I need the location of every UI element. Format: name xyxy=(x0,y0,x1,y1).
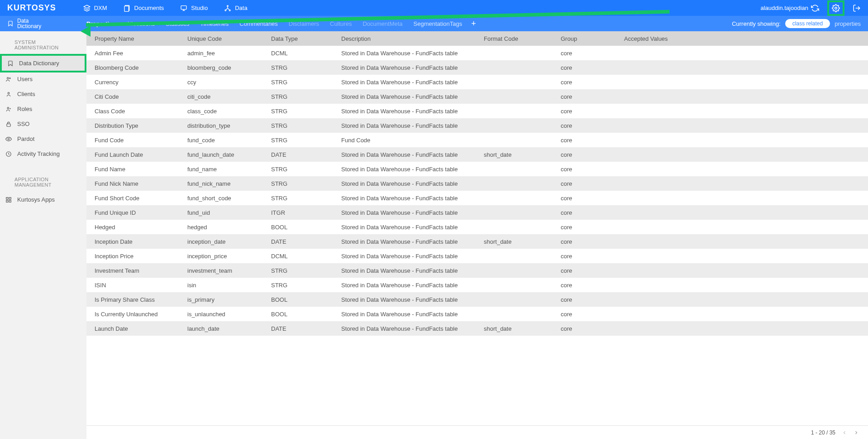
svg-marker-0 xyxy=(84,5,90,8)
col-accepted-values[interactable]: Accepted Values xyxy=(620,35,868,42)
svg-rect-17 xyxy=(6,200,8,202)
table-row[interactable]: Inception Dateinception_dateDATEStored i… xyxy=(86,234,868,249)
tab-cultures[interactable]: Cultures xyxy=(330,20,352,27)
sidebar-item-users[interactable]: Users xyxy=(0,72,86,87)
sidebar-section-2: APPLICATION MANAGEMENT xyxy=(0,174,86,192)
subheader-title: Data Dictionary xyxy=(17,18,41,29)
sidebar-item-clients[interactable]: Clients xyxy=(0,87,86,101)
refresh-icon xyxy=(811,4,819,12)
svg-point-8 xyxy=(7,77,9,79)
table-row[interactable]: Launch Datelaunch_dateDATEStored in Data… xyxy=(86,321,868,336)
gear-icon[interactable] xyxy=(832,4,840,12)
topnav-documents[interactable]: Documents xyxy=(124,5,164,12)
col-group[interactable]: Group xyxy=(557,35,620,42)
pagination-range: 1 - 20 / 35 xyxy=(811,429,835,436)
table-row[interactable]: Fund Namefund_nameSTRGStored in Data War… xyxy=(86,162,868,176)
subheader-title-area: Data Dictionary xyxy=(7,18,86,29)
page-next-icon[interactable] xyxy=(854,430,859,435)
subheader-tabs: PropertiesAllocationsStatisticsTimeserie… xyxy=(86,20,462,27)
logout-icon[interactable] xyxy=(853,4,861,12)
svg-rect-12 xyxy=(7,124,10,126)
svg-point-6 xyxy=(229,10,231,11)
table-row[interactable]: Fund Nick Namefund_nick_nameSTRGStored i… xyxy=(86,176,868,191)
page-prev-icon[interactable] xyxy=(842,430,847,435)
table-row[interactable]: Fund Short Codefund_short_codeSTRGStored… xyxy=(86,191,868,205)
table-body: Admin Feeadmin_feeDCMLStored in Data War… xyxy=(86,46,868,425)
col-property-name[interactable]: Property Name xyxy=(86,35,184,42)
table-row[interactable]: Bloomberg Codebloomberg_codeSTRGStored i… xyxy=(86,60,868,75)
svg-rect-2 xyxy=(124,6,129,11)
svg-rect-3 xyxy=(181,5,186,9)
svg-point-5 xyxy=(225,10,226,11)
svg-point-9 xyxy=(10,77,10,78)
brand-logo: KURTOSYS xyxy=(7,3,56,13)
table-footer: 1 - 20 / 35 xyxy=(86,425,868,439)
col-data-type[interactable]: Data Type xyxy=(267,35,338,42)
sidebar-item-data-dictionary[interactable]: Data Dictionary xyxy=(0,54,86,72)
table-row[interactable]: Fund Launch Datefund_launch_dateDATEStor… xyxy=(86,147,868,162)
subheader: Data Dictionary PropertiesAllocationsSta… xyxy=(0,16,868,31)
sidebar-item-kurtosys-apps[interactable]: Kurtosys Apps xyxy=(0,192,86,207)
svg-point-10 xyxy=(8,92,10,94)
tab-statistics[interactable]: Statistics xyxy=(166,20,189,27)
table-row[interactable]: ISINisinSTRGStored in Data Warehouse - F… xyxy=(86,278,868,292)
filter-suffix: properties xyxy=(835,20,861,27)
tab-segmentationtags[interactable]: SegmentationTags xyxy=(414,20,463,27)
tab-disclaimers[interactable]: Disclaimers xyxy=(289,20,319,27)
sidebar-item-roles[interactable]: Roles xyxy=(0,101,86,116)
bookmark-icon xyxy=(7,20,14,27)
svg-point-7 xyxy=(835,7,837,9)
showing-label: Currently showing: xyxy=(732,20,781,27)
table-row[interactable]: Fund Codefund_codeSTRGFund Codecore xyxy=(86,133,868,147)
tab-properties[interactable]: Properties xyxy=(86,20,115,27)
sidebar-item-activity-tracking[interactable]: Activity Tracking xyxy=(0,146,86,161)
topnav-data[interactable]: Data xyxy=(224,5,247,12)
table-row[interactable]: Is Primary Share Classis_primaryBOOLStor… xyxy=(86,292,868,307)
svg-rect-15 xyxy=(6,197,8,199)
svg-rect-18 xyxy=(9,200,11,202)
svg-point-4 xyxy=(227,5,229,7)
table-row[interactable]: Distribution Typedistribution_typeSTRGSt… xyxy=(86,118,868,133)
topnav-studio[interactable]: Studio xyxy=(180,5,208,12)
add-tab-button[interactable]: + xyxy=(471,19,476,29)
sidebar-item-pardot[interactable]: Pardot xyxy=(0,131,86,146)
user-menu[interactable]: alauddin.tajoodian xyxy=(760,4,819,12)
sidebar: SYSTEM ADMINISTRATION Data DictionaryUse… xyxy=(0,31,86,439)
table-area: Property Name Unique Code Data Type Desc… xyxy=(86,31,868,439)
tab-timeseries[interactable]: Timeseries xyxy=(200,20,229,27)
top-nav: DXMDocumentsStudioData xyxy=(83,5,761,12)
col-unique-code[interactable]: Unique Code xyxy=(184,35,267,42)
tab-commentaries[interactable]: Commentaries xyxy=(239,20,278,27)
table-row[interactable]: Admin Feeadmin_feeDCMLStored in Data War… xyxy=(86,46,868,60)
table-row[interactable]: CurrencyccySTRGStored in Data Warehouse … xyxy=(86,75,868,89)
subheader-filter: Currently showing: class related propert… xyxy=(732,19,861,28)
svg-point-13 xyxy=(8,138,10,140)
top-right: alauddin.tajoodian xyxy=(760,0,861,16)
svg-point-11 xyxy=(7,107,9,109)
col-description[interactable]: Description xyxy=(338,35,480,42)
filter-pill[interactable]: class related xyxy=(785,19,830,28)
sidebar-section-1: SYSTEM ADMINISTRATION xyxy=(0,37,86,55)
table-row[interactable]: Citi Codeciti_codeSTRGStored in Data War… xyxy=(86,89,868,104)
sidebar-item-sso[interactable]: SSO xyxy=(0,116,86,131)
user-name: alauddin.tajoodian xyxy=(760,5,808,11)
table-row[interactable]: Inception Priceinception_priceDCMLStored… xyxy=(86,249,868,263)
col-format-code[interactable]: Format Code xyxy=(480,35,557,42)
svg-rect-16 xyxy=(9,197,11,199)
table-header-row: Property Name Unique Code Data Type Desc… xyxy=(86,31,868,46)
tab-documentmeta[interactable]: DocumentMeta xyxy=(362,20,402,27)
table-row[interactable]: Investment Teaminvestment_teamSTRGStored… xyxy=(86,263,868,278)
topbar: KURTOSYS DXMDocumentsStudioData alauddin… xyxy=(0,0,868,16)
table-row[interactable]: Fund Unique IDfund_uidITGRStored in Data… xyxy=(86,205,868,220)
table-row[interactable]: HedgedhedgedBOOLStored in Data Warehouse… xyxy=(86,220,868,234)
table-row[interactable]: Class Codeclass_codeSTRGStored in Data W… xyxy=(86,104,868,118)
content-area: SYSTEM ADMINISTRATION Data DictionaryUse… xyxy=(0,31,868,439)
tab-allocations[interactable]: Allocations xyxy=(126,20,155,27)
topnav-dxm[interactable]: DXM xyxy=(83,5,107,12)
settings-highlight-box xyxy=(827,0,844,16)
table-row[interactable]: Is Currently Unlaunchedis_unlaunchedBOOL… xyxy=(86,307,868,321)
